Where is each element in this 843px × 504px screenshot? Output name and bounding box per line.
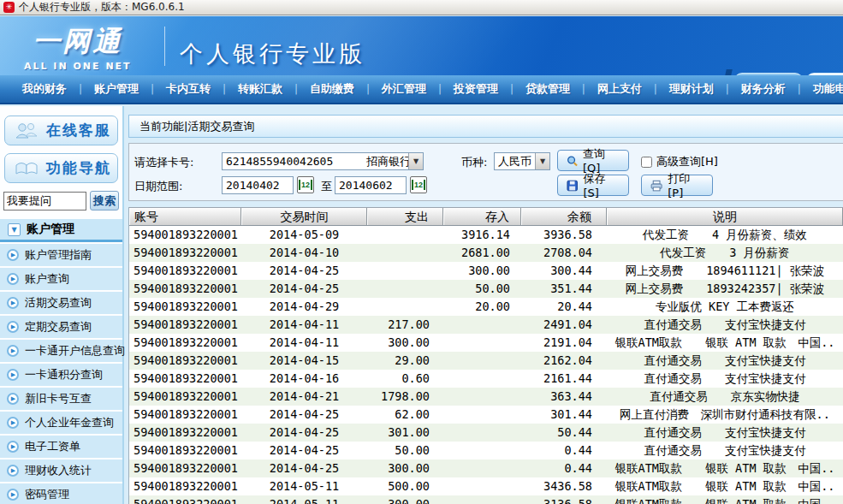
- table-cell: 3916.14: [443, 226, 521, 244]
- table-row[interactable]: 5940018932200012014-04-25300.00300.44网上交…: [129, 262, 843, 280]
- sidebar-item-label: 账户查询: [25, 271, 69, 287]
- table-cell: 1798.00: [367, 388, 443, 406]
- table-cell: 594001893220001: [129, 388, 241, 406]
- sidebar-item-label: 定期交易查询: [25, 319, 92, 335]
- table-cell: 301.00: [367, 424, 443, 442]
- table-row[interactable]: 5940018932200012014-05-11300.003136.58银联…: [129, 495, 843, 504]
- online-service-button[interactable]: 在线客服: [4, 116, 118, 145]
- calendar-icon[interactable]: 12: [410, 176, 427, 193]
- arrow-circle-icon: ▶: [7, 345, 19, 357]
- column-header-4: 存入: [443, 208, 521, 225]
- table-row[interactable]: 5940018932200012014-04-11300.002191.04银联…: [129, 334, 843, 352]
- table-cell: 2014-04-29: [241, 298, 367, 316]
- card-select[interactable]: 6214855940042605 招商银行 ▼: [222, 152, 424, 170]
- table-cell: 代发工资 3 月份薪资: [607, 244, 843, 262]
- table-cell: 363.44: [521, 388, 607, 406]
- tab-divider: [721, 69, 733, 75]
- sidebar-item[interactable]: ▶个人企业年金查询: [0, 412, 122, 434]
- menu-separator: |: [151, 83, 154, 95]
- book-icon: [14, 160, 39, 177]
- table-row[interactable]: 5940018932200012014-04-25300.000.44银联ATM…: [129, 460, 843, 477]
- header-banner: 一网通 ALL IN ONE NET 个人银行专业版 一卡通 信用卡: [0, 16, 843, 75]
- table-cell: 银联ATM取款 银联 ATM 取款 中国..: [607, 495, 843, 504]
- table-cell: [443, 370, 521, 388]
- table-cell: 直付通交易 支付宝快捷支付: [607, 316, 843, 334]
- menu-item-10[interactable]: 理财计划: [669, 81, 714, 97]
- sidebar-item[interactable]: ▶定期交易查询: [0, 316, 122, 338]
- advanced-query-checkbox[interactable]: [641, 157, 652, 168]
- menu-item-12[interactable]: 功能电: [813, 81, 843, 97]
- sidebar-item-label: 新旧卡号互查: [25, 391, 92, 406]
- table-cell: 300.00: [367, 495, 443, 504]
- table-row[interactable]: 5940018932200012014-05-11500.003436.58银联…: [129, 477, 843, 495]
- sidebar-item[interactable]: ▶密码管理: [0, 483, 122, 504]
- sidebar-item[interactable]: ▶电子工资单: [0, 436, 122, 458]
- function-nav-button[interactable]: 功能导航: [4, 153, 118, 183]
- table-cell: 2014-04-25: [241, 280, 367, 298]
- table-cell: 0.60: [367, 370, 443, 388]
- table-cell: 2014-04-25: [241, 442, 367, 460]
- table-cell: 217.00: [367, 316, 443, 334]
- table-cell: 594001893220001: [129, 460, 241, 477]
- menu-separator: |: [294, 83, 298, 95]
- menu-item-7[interactable]: 投资管理: [454, 81, 498, 97]
- people-icon: [14, 122, 39, 139]
- sidebar-item[interactable]: ▶一卡通开户信息查询: [0, 340, 122, 362]
- table-row[interactable]: 5940018932200012014-05-093916.143936.58代…: [129, 226, 843, 244]
- table-row[interactable]: 5940018932200012014-04-2550.00351.44网上交易…: [129, 280, 843, 298]
- table-row[interactable]: 5940018932200012014-04-211798.00363.44直付…: [129, 388, 843, 406]
- sidebar-item[interactable]: ▶理财收入统计: [0, 460, 122, 482]
- table-row[interactable]: 5940018932200012014-04-160.602161.44直付通交…: [129, 370, 843, 388]
- search-input[interactable]: [3, 192, 86, 210]
- menu-item-3[interactable]: 卡内互转: [166, 81, 211, 97]
- sidebar-item[interactable]: ▶一卡通积分查询: [0, 364, 122, 386]
- sidebar-item-label: 一卡通积分查询: [25, 367, 103, 382]
- sidebar-item[interactable]: ▶新旧卡号互查: [0, 388, 122, 410]
- breadcrumb: 当前功能|活期交易查询: [140, 119, 254, 134]
- table-cell: 2014-04-16: [241, 370, 367, 388]
- arrow-circle-icon: ▶: [7, 441, 19, 453]
- menu-item-6[interactable]: 外汇管理: [382, 81, 426, 97]
- print-button[interactable]: 打印[P]: [641, 175, 713, 196]
- menu-item-8[interactable]: 贷款管理: [525, 81, 570, 97]
- search-button[interactable]: 搜索: [90, 191, 119, 210]
- chevron-down-icon[interactable]: ▼: [8, 223, 21, 236]
- table-cell: 网上直付消费 深圳市财付通科技有限..: [607, 406, 843, 424]
- menu-item-2[interactable]: 账户管理: [94, 81, 139, 97]
- menu-item-5[interactable]: 自助缴费: [310, 81, 354, 97]
- table-cell: [443, 442, 521, 460]
- menu-item-9[interactable]: 网上支付: [597, 81, 642, 97]
- table-cell: 2014-04-25: [241, 262, 367, 280]
- table-row[interactable]: 5940018932200012014-04-102681.002708.04代…: [129, 244, 843, 262]
- table-row[interactable]: 5940018932200012014-04-25301.0050.44直付通交…: [129, 424, 843, 442]
- query-button[interactable]: 查询[Q]: [557, 150, 629, 171]
- printer-icon: [650, 180, 662, 192]
- sidebar-item[interactable]: ▶活期交易查询: [0, 292, 122, 314]
- table-cell: 2014-04-25: [241, 406, 367, 424]
- date-to-input[interactable]: [335, 176, 407, 194]
- menu-item-4[interactable]: 转账汇款: [238, 81, 282, 97]
- table-row[interactable]: 5940018932200012014-04-11217.002491.04直付…: [129, 316, 843, 334]
- table-cell: 594001893220001: [129, 424, 241, 442]
- menu-item-11[interactable]: 财务分析: [741, 81, 786, 97]
- menu-separator: |: [510, 83, 514, 95]
- date-from-input[interactable]: [222, 176, 294, 194]
- sidebar-section-account-management[interactable]: ▼ 账户管理: [0, 219, 122, 242]
- sidebar-item[interactable]: ▶账户查询: [0, 268, 122, 290]
- calendar-icon[interactable]: 12: [297, 176, 314, 193]
- chevron-down-icon[interactable]: ▼: [408, 153, 423, 169]
- table-cell: 0.44: [521, 442, 607, 460]
- currency-select[interactable]: 人民币 ▼: [494, 152, 550, 170]
- save-button[interactable]: 保存[S]: [557, 175, 629, 196]
- print-button-label: 打印[P]: [668, 171, 703, 199]
- sidebar-item[interactable]: ▶账户管理指南: [0, 244, 122, 266]
- table-row[interactable]: 5940018932200012014-04-2920.0020.44专业版优 …: [129, 298, 843, 316]
- table-row[interactable]: 5940018932200012014-04-2550.000.44直付通交易 …: [129, 442, 843, 460]
- table-cell: 594001893220001: [129, 495, 241, 504]
- table-row[interactable]: 5940018932200012014-04-2562.00301.44网上直付…: [129, 406, 843, 424]
- menu-separator: |: [79, 83, 82, 95]
- table-cell: 银联ATM取款 银联 ATM 取款 中国..: [607, 477, 843, 495]
- chevron-down-icon[interactable]: ▼: [535, 153, 549, 169]
- menu-item-1[interactable]: 我的财务: [22, 81, 67, 97]
- table-row[interactable]: 5940018932200012014-04-1529.002162.04直付通…: [129, 352, 843, 370]
